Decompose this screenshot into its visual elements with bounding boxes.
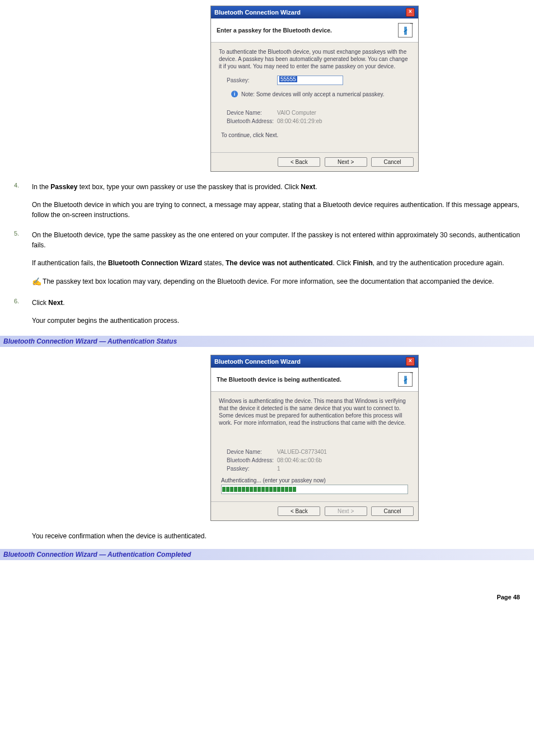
title-bar: Bluetooth Connection Wizard × bbox=[211, 6, 418, 18]
wizard-window: Bluetooth Connection Wizard × Enter a pa… bbox=[210, 6, 419, 172]
wizard-auth-screenshot: Bluetooth Connection Wizard × The Blueto… bbox=[109, 355, 520, 521]
wizard-header: The Bluetooth device is being authentica… bbox=[211, 368, 418, 392]
device-name-value: VALUED-C8773401 bbox=[277, 449, 327, 455]
close-icon[interactable]: × bbox=[406, 8, 415, 17]
step-5-note: ✍ The passkey text box location may vary… bbox=[32, 276, 520, 288]
window-title: Bluetooth Connection Wizard bbox=[214, 9, 301, 16]
step-6-text: Click Next. bbox=[32, 298, 520, 308]
step-4-text: In the Passkey text box, type your own p… bbox=[32, 182, 520, 192]
step-5-para1: On the Bluetooth device, type the same p… bbox=[32, 230, 520, 250]
close-icon[interactable]: × bbox=[406, 357, 415, 366]
wizard-body: Windows is authenticating the device. Th… bbox=[211, 392, 418, 501]
wizard-footer: < Back Next > Cancel bbox=[211, 152, 418, 171]
note-row: i Note: Some devices will only accept a … bbox=[231, 91, 410, 97]
device-name-label: Device Name: bbox=[227, 110, 277, 116]
passkey-row: Passkey: 55555 bbox=[227, 76, 410, 85]
step-5-para2: If authentication fails, the Bluetooth C… bbox=[32, 258, 520, 268]
bt-address-row: Bluetooth Address: 08:00:46:01:29:eb bbox=[227, 118, 410, 124]
cancel-button[interactable]: Cancel bbox=[371, 157, 414, 167]
title-bar: Bluetooth Connection Wizard × bbox=[211, 355, 418, 368]
step-6-para2: Your computer begins the authentication … bbox=[32, 316, 520, 326]
device-name-row: Device Name: VALUED-C8773401 bbox=[227, 449, 410, 455]
explain-text: Windows is authenticating the device. Th… bbox=[219, 397, 410, 426]
hand-pencil-icon: ✍ bbox=[32, 276, 41, 288]
wizard-header-text: The Bluetooth device is being authentica… bbox=[217, 376, 341, 383]
wizard-header: Enter a passkey for the Bluetooth device… bbox=[211, 18, 418, 43]
passkey-row: Passkey: 1 bbox=[227, 466, 410, 472]
passkey-input[interactable]: 55555 bbox=[277, 76, 343, 85]
wizard-window: Bluetooth Connection Wizard × The Blueto… bbox=[210, 355, 419, 521]
passkey-label: Passkey: bbox=[227, 466, 277, 472]
step-number: 5. bbox=[14, 230, 19, 237]
info-icon: i bbox=[231, 91, 238, 97]
device-name-row: Device Name: VAIO Computer bbox=[227, 110, 410, 116]
confirmation-text: You receive confirmation when the device… bbox=[32, 531, 520, 541]
note-text: Note: Some devices will only accept a nu… bbox=[241, 91, 384, 97]
device-name-value: VAIO Computer bbox=[277, 110, 316, 116]
continue-text: To continue, click Next. bbox=[221, 132, 410, 138]
instruction-list: 4. In the Passkey text box, type your ow… bbox=[14, 182, 520, 326]
bt-address-label: Bluetooth Address: bbox=[227, 118, 277, 124]
bt-address-value: 08:00:46:ac:00:6b bbox=[277, 457, 322, 463]
next-button: Next > bbox=[325, 506, 367, 516]
window-title: Bluetooth Connection Wizard bbox=[214, 358, 301, 365]
step-5: 5. On the Bluetooth device, type the sam… bbox=[14, 230, 520, 288]
page-footer: Page 48 bbox=[14, 594, 520, 600]
bt-address-row: Bluetooth Address: 08:00:46:ac:00:6b bbox=[227, 457, 410, 463]
section-heading-auth-status: Bluetooth Connection Wizard — Authentica… bbox=[0, 336, 534, 347]
cancel-button[interactable]: Cancel bbox=[371, 506, 414, 516]
bt-address-value: 08:00:46:01:29:eb bbox=[277, 118, 322, 124]
explain-text: To authenticate the Bluetooth device, yo… bbox=[219, 48, 410, 70]
bluetooth-icon: ∦™ bbox=[398, 372, 413, 387]
section-heading-auth-completed: Bluetooth Connection Wizard — Authentica… bbox=[0, 549, 534, 560]
bt-address-label: Bluetooth Address: bbox=[227, 457, 277, 463]
passkey-label: Passkey: bbox=[227, 77, 277, 83]
wizard-footer: < Back Next > Cancel bbox=[211, 501, 418, 520]
step-4-para2: On the Bluetooth device in which you are… bbox=[32, 200, 520, 220]
step-6: 6. Click Next. Your computer begins the … bbox=[14, 298, 520, 326]
progress-bar bbox=[221, 485, 408, 494]
device-name-label: Device Name: bbox=[227, 449, 277, 455]
bluetooth-icon: ∦™ bbox=[398, 23, 413, 37]
back-button[interactable]: < Back bbox=[278, 506, 320, 516]
wizard-passkey-screenshot: Bluetooth Connection Wizard × Enter a pa… bbox=[109, 6, 520, 172]
authenticating-text: Authenticating... (enter your passkey no… bbox=[221, 477, 410, 483]
passkey-value: 1 bbox=[277, 466, 280, 472]
wizard-body: To authenticate the Bluetooth device, yo… bbox=[211, 43, 418, 152]
next-button[interactable]: Next > bbox=[325, 157, 367, 167]
back-button[interactable]: < Back bbox=[278, 157, 320, 167]
step-number: 6. bbox=[14, 298, 19, 304]
step-4: 4. In the Passkey text box, type your ow… bbox=[14, 182, 520, 220]
wizard-header-text: Enter a passkey for the Bluetooth device… bbox=[217, 27, 332, 34]
step-number: 4. bbox=[14, 182, 19, 189]
